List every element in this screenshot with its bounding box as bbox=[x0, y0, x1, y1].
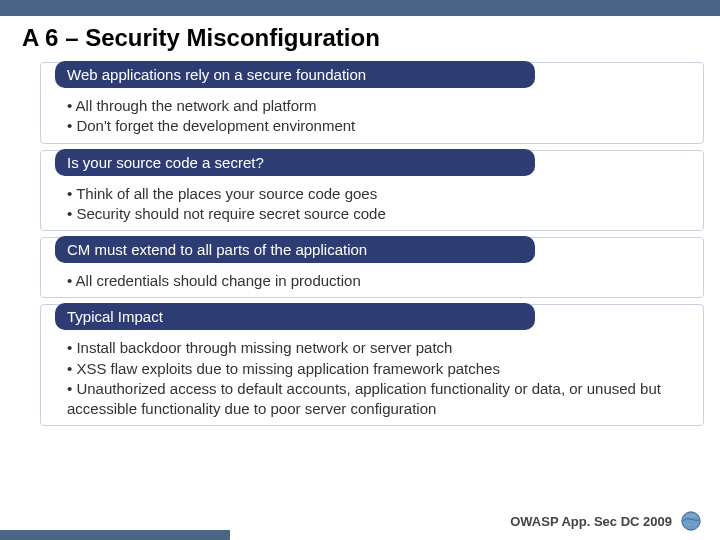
bullet-item: All through the network and platform bbox=[67, 96, 693, 116]
svg-point-0 bbox=[682, 512, 700, 530]
section-heading: Web applications rely on a secure founda… bbox=[55, 61, 535, 88]
section-heading: CM must extend to all parts of the appli… bbox=[55, 236, 535, 263]
section-card: Typical Impact Install backdoor through … bbox=[40, 304, 704, 426]
page-title: A 6 – Security Misconfiguration bbox=[0, 16, 720, 62]
bottom-accent-bar bbox=[0, 530, 230, 540]
footer-text: OWASP App. Sec DC 2009 bbox=[510, 514, 672, 529]
section-heading: Typical Impact bbox=[55, 303, 535, 330]
section-card: CM must extend to all parts of the appli… bbox=[40, 237, 704, 298]
bullet-item: All credentials should change in product… bbox=[67, 271, 693, 291]
section-heading: Is your source code a secret? bbox=[55, 149, 535, 176]
section-bullets: Think of all the places your source code… bbox=[41, 182, 703, 225]
content-area: Web applications rely on a secure founda… bbox=[0, 62, 720, 426]
bullet-item: Unauthorized access to default accounts,… bbox=[67, 379, 693, 420]
globe-icon bbox=[680, 510, 702, 532]
section-bullets: All credentials should change in product… bbox=[41, 269, 703, 291]
bullet-item: Install backdoor through missing network… bbox=[67, 338, 693, 358]
bullet-item: XSS flaw exploits due to missing applica… bbox=[67, 359, 693, 379]
section-card: Web applications rely on a secure founda… bbox=[40, 62, 704, 144]
top-accent-bar bbox=[0, 0, 720, 16]
footer: OWASP App. Sec DC 2009 bbox=[510, 510, 702, 532]
section-bullets: All through the network and platform Don… bbox=[41, 94, 703, 137]
section-card: Is your source code a secret? Think of a… bbox=[40, 150, 704, 232]
bullet-item: Security should not require secret sourc… bbox=[67, 204, 693, 224]
bullet-item: Don't forget the development environment bbox=[67, 116, 693, 136]
section-bullets: Install backdoor through missing network… bbox=[41, 336, 703, 419]
bullet-item: Think of all the places your source code… bbox=[67, 184, 693, 204]
